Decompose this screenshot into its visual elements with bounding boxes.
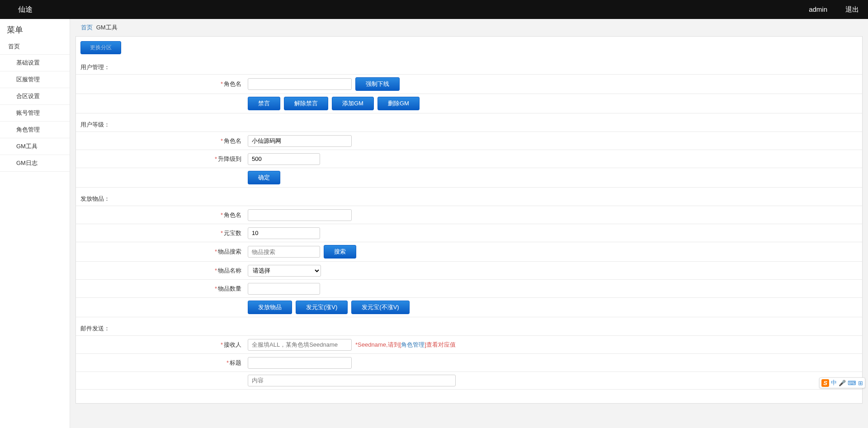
label-gi-role: 角色名 [224,212,241,218]
label-gi-itemcount: 物品数量 [218,285,241,292]
main-container: 菜单 首页 基础设置 区服管理 合区设置 账号管理 角色管理 GM工具 GM日志… [0,19,868,428]
level-confirm-button[interactable]: 确定 [248,171,280,184]
ime-logo-icon: S [821,379,829,387]
add-gm-button[interactable]: 添加GM [332,97,374,110]
ime-mic-icon[interactable]: 🎤 [839,380,846,386]
input-mail-subject[interactable] [248,357,352,369]
breadcrumb-home[interactable]: 首页 [81,24,93,31]
logout-link[interactable]: 退出 [845,5,859,14]
row-mail-subject: *标题 [76,353,862,372]
label-gi-itemname: 物品名称 [218,267,241,274]
row-ul-level: *升降级到 [76,150,862,168]
section-title-mail: 邮件发送： [76,322,862,335]
delete-gm-button[interactable]: 删除GM [377,97,420,110]
main-area: 首页 GM工具 更换分区 用户管理： *角色名 强制下线 [70,19,868,428]
topbar: 仙途 admin 退出 [0,0,868,19]
row-gi-yuanbao: *元宝数 [76,224,862,242]
row-gi-role: *角色名 [76,206,862,224]
sidebar-home[interactable]: 首页 [0,39,70,54]
label-gi-yuanbao: 元宝数 [224,230,241,236]
give-yuanbao-v-button[interactable]: 发元宝(涨V) [296,301,348,314]
mute-button[interactable]: 禁言 [248,97,280,110]
topbar-right: admin 退出 [809,5,859,14]
select-gi-itemname[interactable]: 请选择 [248,265,321,277]
sidebar-item-basic-settings[interactable]: 基础设置 [0,54,70,71]
row-gi-search: *物品搜索 搜索 [76,242,862,261]
input-ul-level[interactable] [248,153,320,165]
sidebar-item-role-mgmt[interactable]: 角色管理 [0,122,70,138]
section-user-level: 用户等级： *角色名 *升降级到 确定 [76,118,862,188]
label-um-role: 角色名 [224,80,241,87]
breadcrumb: 首页 GM工具 [70,19,868,36]
current-user[interactable]: admin [809,5,827,14]
section-title-give-item: 发放物品： [76,192,862,206]
change-zone-button[interactable]: 更换分区 [80,41,121,54]
sidebar-item-zone-mgmt[interactable]: 区服管理 [0,71,70,88]
section-mail: 邮件发送： *接收人 *Seedname,请到[角色管理]查看对应值 *标题 [76,322,862,390]
input-gi-role[interactable] [248,209,352,221]
row-mail-content [76,372,862,390]
label-mail-subject: 标题 [230,359,241,366]
ime-grid-icon[interactable]: ⊞ [858,380,863,386]
section-user-mgmt: 用户管理： *角色名 强制下线 禁言 解除禁言 添加GM 删除GM [76,61,862,113]
textarea-mail-content[interactable] [248,375,456,386]
menu-title: 菜单 [0,19,70,39]
role-mgmt-link[interactable]: 角色管理 [401,341,425,348]
unmute-button[interactable]: 解除禁言 [284,97,328,110]
input-gi-itemcount[interactable] [248,283,320,295]
input-mail-recv[interactable] [248,339,352,351]
label-gi-search: 物品搜索 [218,248,241,255]
ime-toolbar[interactable]: S 中 🎤 ⌨ ⊞ [819,377,865,388]
row-um-role: *角色名 强制下线 [76,74,862,94]
section-give-item: 发放物品： *角色名 *元宝数 *物品搜索 [76,192,862,317]
sidebar-item-merge-settings[interactable]: 合区设置 [0,88,70,105]
breadcrumb-current: GM工具 [96,24,118,31]
sidebar-item-gm-tools[interactable]: GM工具 [0,138,70,155]
give-yuanbao-nov-button[interactable]: 发元宝(不涨V) [351,301,409,314]
input-gi-search[interactable] [248,246,320,258]
row-gi-submit: 发放物品 发元宝(涨V) 发元宝(不涨V) [76,297,862,317]
sidebar-item-account-mgmt[interactable]: 账号管理 [0,105,70,122]
section-title-user-level: 用户等级： [76,118,862,132]
mail-recv-hint: *Seedname,请到[角色管理]查看对应值 [355,341,456,349]
input-um-role[interactable] [248,78,352,90]
section-title-user-mgmt: 用户管理： [76,61,862,74]
row-ul-submit: 确定 [76,168,862,188]
content-panel: 更换分区 用户管理： *角色名 强制下线 禁言 解除禁言 添加GM [75,36,863,404]
label-ul-role: 角色名 [224,137,241,144]
input-ul-role[interactable] [248,135,352,147]
force-offline-button[interactable]: 强制下线 [355,77,400,91]
sidebar-item-gm-log[interactable]: GM日志 [0,155,70,172]
sidebar: 菜单 首页 基础设置 区服管理 合区设置 账号管理 角色管理 GM工具 GM日志 [0,19,70,428]
ime-lang-icon[interactable]: 中 [831,379,837,387]
row-mail-recv: *接收人 *Seedname,请到[角色管理]查看对应值 [76,335,862,353]
row-gi-itemname: *物品名称 请选择 [76,261,862,279]
input-gi-yuanbao[interactable] [248,227,320,239]
item-search-button[interactable]: 搜索 [324,245,356,259]
label-mail-recv: 接收人 [224,341,241,348]
app-brand: 仙途 [18,5,33,14]
row-um-actions: 禁言 解除禁言 添加GM 删除GM [76,94,862,113]
label-ul-level: 升降级到 [218,155,241,162]
give-item-button[interactable]: 发放物品 [248,301,292,314]
sidebar-menu: 基础设置 区服管理 合区设置 账号管理 角色管理 GM工具 GM日志 [0,54,70,172]
ime-keyboard-icon[interactable]: ⌨ [848,380,856,386]
row-gi-itemcount: *物品数量 [76,279,862,297]
row-ul-role: *角色名 [76,132,862,150]
